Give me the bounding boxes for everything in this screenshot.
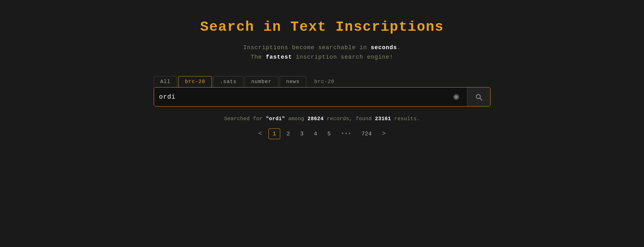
subtitle-line2: The fastest inscription search engine! (251, 54, 393, 60)
results-total: 28624 (308, 116, 324, 122)
subtitle-after: . (397, 44, 401, 51)
subtitle-line1: Inscriptions become searchable in second… (243, 44, 401, 51)
search-button[interactable] (467, 88, 490, 106)
subtitle2-before: The (251, 54, 266, 60)
results-text-middle1: among (285, 116, 308, 122)
tab-all[interactable]: All (154, 76, 177, 88)
pagination-page-1[interactable]: 1 (268, 128, 280, 139)
page-title: Search in Text Inscriptions (200, 19, 444, 35)
search-wrapper (154, 87, 491, 107)
pagination-next[interactable]: > (378, 128, 390, 139)
subtitle-before: Inscriptions become searchable in (243, 44, 371, 51)
tab-sats[interactable]: .sats (213, 76, 243, 88)
tabs-row: All brc-20 .sats number news brc-20 (154, 76, 341, 88)
subtitle-highlight: seconds (371, 44, 397, 51)
results-found: 23161 (375, 116, 391, 122)
search-section: All brc-20 .sats number news brc-20 (154, 76, 491, 107)
pagination-prev[interactable]: < (254, 128, 266, 139)
search-input[interactable] (159, 88, 451, 106)
search-input-area (154, 88, 467, 106)
results-query: "ordi" (266, 116, 285, 122)
clear-button[interactable] (451, 94, 462, 100)
pagination-page-3[interactable]: 3 (296, 129, 308, 139)
pagination-page-724[interactable]: 724 (358, 129, 376, 139)
tab-brc20-link[interactable]: brc-20 (308, 76, 341, 88)
page-container: Search in Text Inscriptions Inscriptions… (147, 13, 497, 146)
tab-news[interactable]: news (280, 76, 306, 88)
pagination: < 1 2 3 4 5 ••• 724 > (254, 128, 390, 139)
close-circle-icon (453, 94, 459, 100)
pagination-page-5[interactable]: 5 (323, 129, 335, 139)
search-icon (475, 93, 483, 101)
results-text-end: results. (391, 116, 420, 122)
subtitle2-highlight: fastest (266, 54, 292, 60)
results-text-before: Searched for (224, 116, 266, 122)
svg-line-4 (480, 98, 482, 100)
tab-brc20[interactable]: brc-20 (178, 76, 212, 88)
pagination-page-2[interactable]: 2 (283, 129, 294, 139)
subtitle2-after: inscription search engine! (292, 54, 393, 60)
pagination-page-4[interactable]: 4 (310, 129, 321, 139)
results-text-middle2: records, found (324, 116, 375, 122)
tab-number[interactable]: number (245, 76, 278, 88)
pagination-dots: ••• (337, 129, 355, 139)
results-info: Searched for "ordi" among 28624 records,… (224, 116, 420, 122)
